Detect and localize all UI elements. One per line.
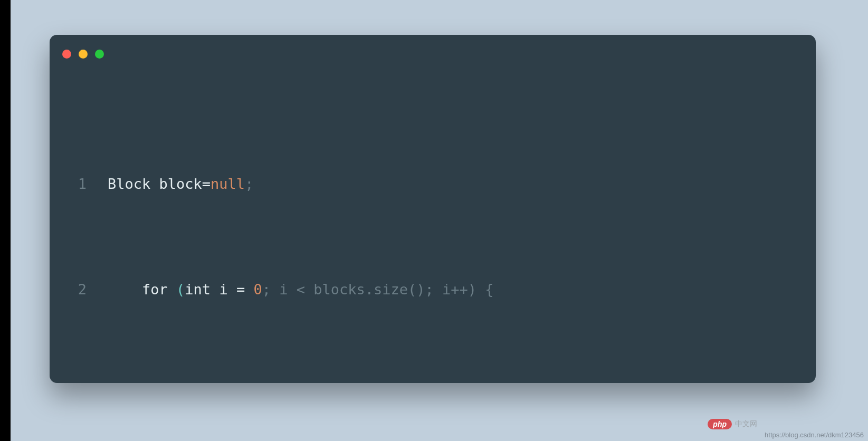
code-content: block = (Block)blocks.get(i); <box>108 382 425 383</box>
line-number: 1 <box>71 171 108 197</box>
close-icon[interactable] <box>62 50 71 59</box>
code-content: Block block=null; <box>108 171 253 197</box>
code-content: for (int i = 0; i < blocks.size(); i++) … <box>108 276 494 303</box>
watermark-cn-text: 中文网 <box>735 419 757 429</box>
code-line: 2 for (int i = 0; i < blocks.size(); i++… <box>71 276 816 303</box>
php-logo-icon: php <box>708 419 732 429</box>
watermark-url: https://blog.csdn.net/dkm123456 <box>765 431 864 439</box>
line-number: 3 <box>71 382 108 383</box>
code-area: 1 Block block=null; 2 for (int i = 0; i … <box>50 92 816 383</box>
code-line: 3 block = (Block)blocks.get(i); <box>71 382 816 383</box>
window-controls <box>62 50 104 59</box>
code-line: 1 Block block=null; <box>71 171 816 197</box>
minimize-icon[interactable] <box>79 50 88 59</box>
line-number: 2 <box>71 276 108 303</box>
watermark-badge: php 中文网 <box>708 419 757 429</box>
left-black-strip <box>0 0 11 441</box>
zoom-icon[interactable] <box>95 50 104 59</box>
code-window: 1 Block block=null; 2 for (int i = 0; i … <box>50 35 816 383</box>
